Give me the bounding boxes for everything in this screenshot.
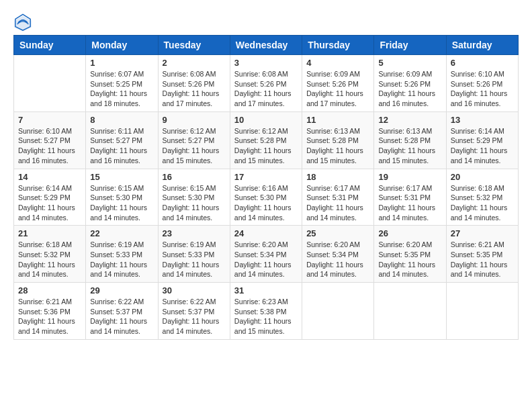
calendar-cell <box>446 283 518 340</box>
day-number: 25 <box>306 228 369 238</box>
day-info: Sunrise: 6:15 AMSunset: 5:30 PMDaylight:… <box>163 183 226 223</box>
day-info: Sunrise: 6:15 AMSunset: 5:30 PMDaylight:… <box>90 183 153 223</box>
day-info: Sunrise: 6:13 AMSunset: 5:28 PMDaylight:… <box>306 126 369 166</box>
calendar-week-row: 7Sunrise: 6:10 AMSunset: 5:27 PMDaylight… <box>14 111 519 169</box>
weekday-header: Saturday <box>446 36 518 55</box>
day-number: 31 <box>234 285 298 295</box>
calendar-cell: 19Sunrise: 6:17 AMSunset: 5:31 PMDayligh… <box>374 169 446 226</box>
day-number: 7 <box>18 115 81 125</box>
day-info: Sunrise: 6:23 AMSunset: 5:38 PMDaylight:… <box>234 297 298 336</box>
day-info: Sunrise: 6:19 AMSunset: 5:33 PMDaylight:… <box>90 240 153 279</box>
calendar-cell: 5Sunrise: 6:09 AMSunset: 5:26 PMDaylight… <box>374 55 446 112</box>
day-number: 15 <box>90 172 153 182</box>
day-number: 29 <box>90 285 153 295</box>
calendar-cell: 2Sunrise: 6:08 AMSunset: 5:26 PMDaylight… <box>158 55 230 112</box>
day-info: Sunrise: 6:16 AMSunset: 5:30 PMDaylight:… <box>234 183 298 223</box>
day-info: Sunrise: 6:09 AMSunset: 5:26 PMDaylight:… <box>378 69 441 109</box>
day-number: 20 <box>451 172 514 182</box>
day-info: Sunrise: 6:14 AMSunset: 5:29 PMDaylight:… <box>18 183 81 223</box>
calendar-cell: 25Sunrise: 6:20 AMSunset: 5:34 PMDayligh… <box>302 226 374 283</box>
day-info: Sunrise: 6:20 AMSunset: 5:34 PMDaylight:… <box>234 240 298 279</box>
day-number: 27 <box>451 228 514 238</box>
day-info: Sunrise: 6:12 AMSunset: 5:28 PMDaylight:… <box>234 126 298 166</box>
page-header <box>13 13 519 32</box>
day-number: 24 <box>234 228 298 238</box>
calendar-week-row: 1Sunrise: 6:07 AMSunset: 5:25 PMDaylight… <box>14 55 519 112</box>
calendar-cell: 27Sunrise: 6:21 AMSunset: 5:35 PMDayligh… <box>446 226 518 283</box>
day-info: Sunrise: 6:19 AMSunset: 5:33 PMDaylight:… <box>163 240 226 279</box>
calendar-header: SundayMondayTuesdayWednesdayThursdayFrid… <box>14 36 519 55</box>
day-number: 13 <box>451 115 514 125</box>
day-number: 8 <box>90 115 153 125</box>
day-info: Sunrise: 6:11 AMSunset: 5:27 PMDaylight:… <box>90 126 153 166</box>
day-info: Sunrise: 6:22 AMSunset: 5:37 PMDaylight:… <box>163 297 226 336</box>
calendar-week-row: 14Sunrise: 6:14 AMSunset: 5:29 PMDayligh… <box>14 169 519 226</box>
weekday-header: Wednesday <box>230 36 302 55</box>
day-number: 12 <box>378 115 441 125</box>
weekday-header: Thursday <box>302 36 374 55</box>
calendar-cell: 23Sunrise: 6:19 AMSunset: 5:33 PMDayligh… <box>158 226 230 283</box>
day-number: 21 <box>18 228 81 238</box>
calendar-cell: 22Sunrise: 6:19 AMSunset: 5:33 PMDayligh… <box>86 226 158 283</box>
weekday-header: Tuesday <box>158 36 230 55</box>
day-number: 2 <box>163 58 226 68</box>
calendar-table: SundayMondayTuesdayWednesdayThursdayFrid… <box>13 35 519 340</box>
day-number: 23 <box>163 228 226 238</box>
day-info: Sunrise: 6:17 AMSunset: 5:31 PMDaylight:… <box>378 183 441 223</box>
calendar-cell: 6Sunrise: 6:10 AMSunset: 5:26 PMDaylight… <box>446 55 518 112</box>
calendar-cell: 17Sunrise: 6:16 AMSunset: 5:30 PMDayligh… <box>230 169 302 226</box>
day-number: 10 <box>234 115 298 125</box>
day-number: 1 <box>90 58 153 68</box>
calendar-week-row: 28Sunrise: 6:21 AMSunset: 5:36 PMDayligh… <box>14 283 519 340</box>
day-info: Sunrise: 6:07 AMSunset: 5:25 PMDaylight:… <box>90 69 153 109</box>
day-info: Sunrise: 6:21 AMSunset: 5:36 PMDaylight:… <box>18 297 81 336</box>
day-number: 9 <box>163 115 226 125</box>
calendar-cell: 1Sunrise: 6:07 AMSunset: 5:25 PMDaylight… <box>86 55 158 112</box>
calendar-cell: 9Sunrise: 6:12 AMSunset: 5:27 PMDaylight… <box>158 111 230 169</box>
day-info: Sunrise: 6:14 AMSunset: 5:29 PMDaylight:… <box>451 126 514 166</box>
day-info: Sunrise: 6:10 AMSunset: 5:26 PMDaylight:… <box>451 69 514 109</box>
weekday-row: SundayMondayTuesdayWednesdayThursdayFrid… <box>14 36 519 55</box>
day-number: 28 <box>18 285 81 295</box>
calendar-cell: 28Sunrise: 6:21 AMSunset: 5:36 PMDayligh… <box>14 283 86 340</box>
calendar-cell: 3Sunrise: 6:08 AMSunset: 5:26 PMDaylight… <box>230 55 302 112</box>
calendar-cell: 4Sunrise: 6:09 AMSunset: 5:26 PMDaylight… <box>302 55 374 112</box>
logo-icon <box>13 13 32 32</box>
calendar-cell: 13Sunrise: 6:14 AMSunset: 5:29 PMDayligh… <box>446 111 518 169</box>
day-number: 3 <box>234 58 298 68</box>
calendar-cell: 18Sunrise: 6:17 AMSunset: 5:31 PMDayligh… <box>302 169 374 226</box>
day-info: Sunrise: 6:09 AMSunset: 5:26 PMDaylight:… <box>306 69 369 109</box>
day-info: Sunrise: 6:12 AMSunset: 5:27 PMDaylight:… <box>163 126 226 166</box>
calendar-cell: 30Sunrise: 6:22 AMSunset: 5:37 PMDayligh… <box>158 283 230 340</box>
day-info: Sunrise: 6:18 AMSunset: 5:32 PMDaylight:… <box>18 240 81 279</box>
day-number: 22 <box>90 228 153 238</box>
day-number: 18 <box>306 172 369 182</box>
calendar-cell <box>374 283 446 340</box>
weekday-header: Friday <box>374 36 446 55</box>
day-number: 26 <box>378 228 441 238</box>
weekday-header: Monday <box>86 36 158 55</box>
calendar-cell: 15Sunrise: 6:15 AMSunset: 5:30 PMDayligh… <box>86 169 158 226</box>
day-info: Sunrise: 6:22 AMSunset: 5:37 PMDaylight:… <box>90 297 153 336</box>
calendar-cell: 21Sunrise: 6:18 AMSunset: 5:32 PMDayligh… <box>14 226 86 283</box>
day-info: Sunrise: 6:21 AMSunset: 5:35 PMDaylight:… <box>451 240 514 279</box>
calendar-cell: 31Sunrise: 6:23 AMSunset: 5:38 PMDayligh… <box>230 283 302 340</box>
weekday-header: Sunday <box>14 36 86 55</box>
day-info: Sunrise: 6:17 AMSunset: 5:31 PMDaylight:… <box>306 183 369 223</box>
day-info: Sunrise: 6:20 AMSunset: 5:35 PMDaylight:… <box>378 240 441 279</box>
day-info: Sunrise: 6:18 AMSunset: 5:32 PMDaylight:… <box>451 183 514 223</box>
day-number: 11 <box>306 115 369 125</box>
day-number: 16 <box>163 172 226 182</box>
day-number: 6 <box>451 58 514 68</box>
calendar-cell <box>302 283 374 340</box>
day-info: Sunrise: 6:08 AMSunset: 5:26 PMDaylight:… <box>163 69 226 109</box>
calendar-cell: 24Sunrise: 6:20 AMSunset: 5:34 PMDayligh… <box>230 226 302 283</box>
calendar-cell: 10Sunrise: 6:12 AMSunset: 5:28 PMDayligh… <box>230 111 302 169</box>
day-number: 5 <box>378 58 441 68</box>
calendar-cell: 26Sunrise: 6:20 AMSunset: 5:35 PMDayligh… <box>374 226 446 283</box>
day-info: Sunrise: 6:08 AMSunset: 5:26 PMDaylight:… <box>234 69 298 109</box>
day-number: 14 <box>18 172 81 182</box>
calendar-week-row: 21Sunrise: 6:18 AMSunset: 5:32 PMDayligh… <box>14 226 519 283</box>
calendar-cell: 11Sunrise: 6:13 AMSunset: 5:28 PMDayligh… <box>302 111 374 169</box>
calendar-cell <box>14 55 86 112</box>
